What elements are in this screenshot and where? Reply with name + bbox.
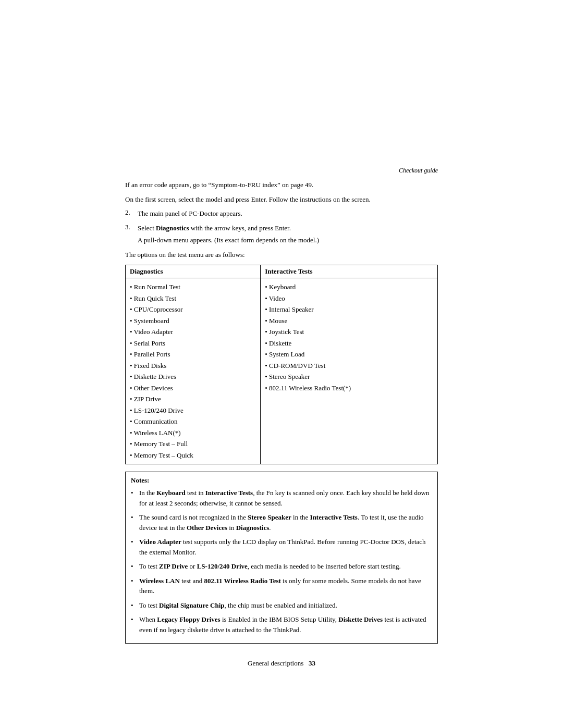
diagnostics-table: Diagnostics Interactive Tests Run Normal… — [125, 265, 438, 464]
list-item: 802.11 Wireless Radio Test(*) — [265, 382, 433, 394]
list-item: Run Quick Test — [130, 293, 256, 304]
options-label: The options on the test menu are as foll… — [125, 250, 438, 260]
notes-title: Notes: — [131, 476, 432, 485]
list-item: LS-120/240 Drive — [130, 405, 256, 416]
note-item-5: Wireless LAN test and 802.11 Wireless Ra… — [131, 576, 432, 596]
item-content-3: Select Diagnostics with the arrow keys, … — [138, 223, 438, 233]
col2-list: Keyboard Video Internal Speaker Mouse Jo… — [265, 281, 433, 393]
page-number: 33 — [309, 659, 315, 667]
list-item: Mouse — [265, 315, 433, 327]
notes-box: Notes: In the Keyboard test in Interacti… — [125, 472, 438, 644]
list-item: Serial Ports — [130, 338, 256, 349]
page-container: Checkout guide If an error code appears,… — [94, 146, 469, 728]
list-item: Diskette Drives — [130, 371, 256, 382]
list-item: Stereo Speaker — [265, 371, 433, 382]
intro-para-1: If an error code appears, go to “Symptom… — [125, 180, 438, 190]
note-item-1: In the Keyboard test in Interactive Test… — [131, 488, 432, 508]
note-item-4: To test ZIP Drive or LS-120/240 Drive, e… — [131, 561, 432, 572]
list-item: Memory Test – Quick — [130, 450, 256, 461]
table-row-main: Run Normal Test Run Quick Test CPU/Copro… — [126, 278, 438, 464]
list-item: Run Normal Test — [130, 281, 256, 293]
list-item: Joystick Test — [265, 326, 433, 338]
page-footer: General descriptions 33 — [125, 659, 438, 668]
page-header-italic: Checkout guide — [125, 167, 438, 175]
list-item: Fixed Disks — [130, 360, 256, 372]
item-content-2: The main panel of PC-Doctor appears. — [138, 208, 438, 219]
list-item: Video Adapter — [130, 326, 256, 338]
list-item: CPU/Coprocessor — [130, 304, 256, 315]
list-item: Parallel Ports — [130, 349, 256, 360]
list-item: Keyboard — [265, 281, 433, 293]
notes-list: In the Keyboard test in Interactive Test… — [131, 488, 432, 635]
footer-label: General descriptions 33 — [125, 659, 438, 668]
list-item: System Load — [265, 349, 433, 360]
list-item: ZIP Drive — [130, 393, 256, 405]
note-item-3: Video Adapter test supports only the LCD… — [131, 537, 432, 557]
table-col2: Keyboard Video Internal Speaker Mouse Jo… — [261, 278, 438, 464]
list-item: Memory Test – Full — [130, 438, 256, 450]
note-item-7: When Legacy Floppy Drives is Enabled in … — [131, 614, 432, 635]
list-item: Wireless LAN(*) — [130, 427, 256, 439]
item-num-3: 3. — [125, 223, 138, 233]
note-item-6: To test Digital Signature Chip, the chip… — [131, 600, 432, 611]
list-item: Diskette — [265, 338, 433, 349]
col1-header: Diagnostics — [126, 265, 261, 278]
item-3-sub: A pull-down menu appears. (Its exact for… — [138, 235, 438, 245]
item-num-2: 2. — [125, 208, 138, 219]
intro-para-2: On the first screen, select the model an… — [125, 194, 438, 205]
list-item: Other Devices — [130, 382, 256, 394]
numbered-item-3: 3. Select Diagnostics with the arrow key… — [125, 223, 438, 233]
numbered-item-2: 2. The main panel of PC-Doctor appears. — [125, 208, 438, 219]
list-item: Video — [265, 293, 433, 304]
list-item: Internal Speaker — [265, 304, 433, 315]
col2-header: Interactive Tests — [261, 265, 438, 278]
list-item: CD-ROM/DVD Test — [265, 360, 433, 372]
note-item-2: The sound card is not recognized in the … — [131, 512, 432, 533]
col1-list: Run Normal Test Run Quick Test CPU/Copro… — [130, 281, 256, 461]
table-col1: Run Normal Test Run Quick Test CPU/Copro… — [126, 278, 261, 464]
list-item: Communication — [130, 416, 256, 427]
header-title: Checkout guide — [399, 167, 438, 174]
list-item: Systemboard — [130, 315, 256, 327]
